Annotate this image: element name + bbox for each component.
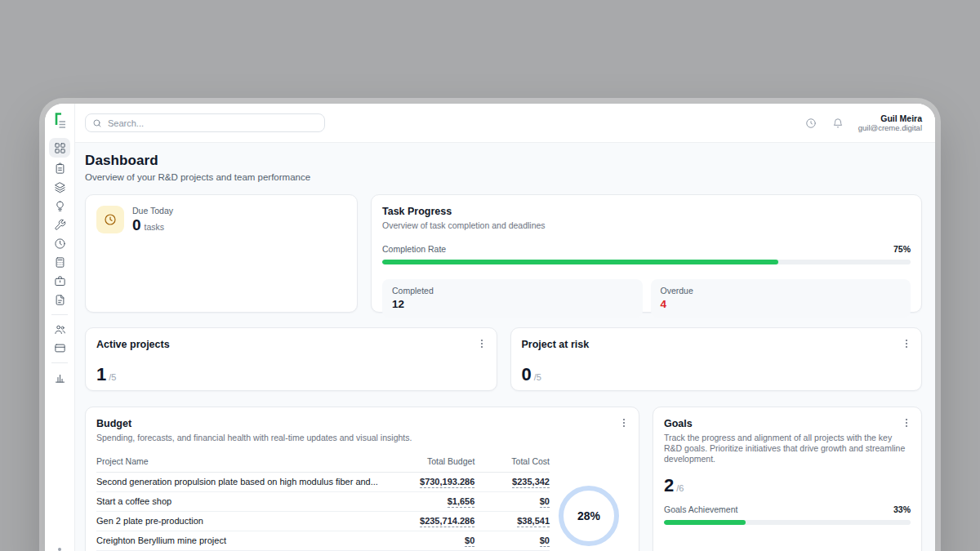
goals-subtitle: Track the progress and alignment of all …: [664, 433, 911, 464]
completed-stat: Completed 12: [382, 279, 643, 318]
table-row[interactable]: Second generation propulsion plate based…: [96, 473, 550, 492]
sidebar-item-calculator[interactable]: [49, 253, 70, 272]
clock-icon: [54, 238, 66, 250]
project-at-risk-menu-button[interactable]: [901, 337, 912, 350]
task-progress-card: Task Progress Overview of task completio…: [371, 194, 922, 313]
column-header-total-cost: Total Cost: [474, 453, 550, 473]
budget-value[interactable]: $1,656: [448, 496, 475, 508]
completion-progress-fill: [382, 260, 778, 264]
layers-icon: [54, 181, 66, 193]
task-progress-subtitle: Overview of task completion and deadline…: [382, 220, 911, 231]
notifications-button[interactable]: [831, 117, 844, 130]
due-today-label: Due Today: [132, 206, 173, 216]
goals-achievement-label: Goals Achievement: [664, 504, 737, 514]
budget-menu-button[interactable]: [618, 416, 630, 429]
search-input[interactable]: [85, 113, 325, 132]
top-bar: Guil Meira guil@creme.digital: [75, 104, 935, 143]
search-container: [85, 113, 325, 132]
sidebar-item-documents[interactable]: [49, 291, 70, 309]
table-row[interactable]: Creighton Beryllium mine project $0 $0: [96, 531, 550, 551]
user-email: guil@creme.digital: [858, 123, 922, 132]
task-progress-title: Task Progress: [382, 206, 911, 217]
sidebar-item-billing[interactable]: [49, 339, 70, 358]
sidebar-divider: [51, 362, 68, 363]
overdue-stat: Overdue 4: [651, 279, 911, 318]
cost-value[interactable]: $0: [540, 535, 550, 547]
sidebar-item-time[interactable]: [49, 234, 70, 253]
sidebar-item-layers[interactable]: [49, 178, 70, 197]
completion-rate-label: Completion Rate: [382, 244, 446, 254]
goals-title: Goals: [664, 418, 911, 429]
budget-value[interactable]: $0: [465, 535, 474, 547]
lightbulb-icon: [54, 200, 66, 212]
cost-value[interactable]: $235,342: [512, 477, 550, 488]
goals-menu-button[interactable]: [901, 416, 912, 429]
budget-donut-container: 28%: [550, 453, 628, 551]
sidebar-footer: V1.0: [52, 548, 67, 551]
goals-progress-track: [664, 520, 911, 525]
overdue-value: 4: [661, 298, 902, 310]
sidebar-item-analytics[interactable]: [49, 368, 70, 387]
bell-icon: [832, 118, 844, 129]
completion-progress-track: [382, 260, 911, 264]
budget-value[interactable]: $730,193.286: [420, 477, 474, 488]
project-at-risk-total: /5: [534, 372, 541, 382]
sidebar-item-team[interactable]: [49, 320, 70, 339]
briefcase-icon: [54, 275, 66, 287]
bar-chart-icon: [54, 371, 66, 384]
user-menu[interactable]: Guil Meira guil@creme.digital: [858, 113, 922, 132]
goals-card: Goals Track the progress and alignment o…: [653, 407, 922, 551]
cost-value[interactable]: $38,541: [517, 516, 550, 527]
dashboard-content: Dashboard Overview of your R&D projects …: [75, 143, 935, 551]
budget-donut-label: 28%: [577, 509, 600, 522]
goals-progress-fill: [664, 520, 746, 525]
main-area: Guil Meira guil@creme.digital Dashboard …: [75, 104, 935, 551]
active-projects-title: Active projects: [96, 339, 486, 350]
sidebar-divider: [51, 314, 68, 315]
due-today-card: Due Today 0 tasks: [85, 194, 358, 313]
due-today-value: 0: [132, 216, 141, 234]
table-row[interactable]: Start a coffee shop $1,656 $0: [96, 492, 550, 512]
users-icon: [54, 323, 66, 335]
due-today-badge: [96, 206, 124, 233]
budget-subtitle: Spending, forecasts, and financial healt…: [96, 433, 628, 443]
file-icon: [54, 294, 66, 306]
status-dot: [58, 548, 61, 551]
goals-total: /6: [676, 483, 684, 493]
clipboard-icon: [54, 162, 66, 175]
active-projects-total: /5: [109, 372, 116, 382]
sidebar-item-portfolio[interactable]: [49, 272, 70, 291]
app-window: V1.0 Guil Meira guil@creme.digital: [45, 104, 935, 551]
kebab-icon: [619, 418, 629, 428]
clock-icon: [104, 213, 117, 226]
completed-value: 12: [392, 298, 633, 310]
cost-value[interactable]: $0: [540, 496, 550, 508]
sidebar-item-dashboard[interactable]: [49, 138, 70, 158]
budget-title: Budget: [96, 418, 628, 429]
creme-digital-logo: [51, 112, 68, 130]
history-button[interactable]: [804, 117, 817, 130]
budget-value[interactable]: $235,714.286: [420, 516, 474, 527]
column-header-project-name: Project Name: [96, 453, 378, 473]
dashboard-grid-icon: [54, 142, 66, 154]
page-subtitle: Overview of your R&D projects and team p…: [85, 172, 922, 182]
overdue-label: Overdue: [661, 286, 902, 295]
wrench-icon: [54, 219, 66, 231]
credit-card-icon: [54, 342, 66, 354]
sidebar-item-tools[interactable]: [49, 216, 70, 234]
active-projects-menu-button[interactable]: [476, 337, 488, 350]
completion-rate-value: 75%: [893, 244, 911, 254]
budget-card: Budget Spending, forecasts, and financia…: [85, 407, 639, 551]
sidebar-item-ideas[interactable]: [49, 197, 70, 216]
kebab-icon: [902, 418, 911, 428]
table-row[interactable]: Gen 2 plate pre-production $235,714.286 …: [96, 512, 550, 531]
search-icon: [92, 118, 102, 128]
active-projects-value: 1: [96, 364, 106, 385]
kebab-icon: [902, 339, 911, 349]
project-at-risk-title: Project at risk: [522, 339, 911, 350]
sidebar-item-tasks[interactable]: [49, 159, 70, 178]
calculator-icon: [54, 256, 66, 269]
kebab-icon: [477, 339, 487, 349]
project-at-risk-card: Project at risk 0 /5: [510, 327, 923, 391]
page-title: Dashboard: [85, 153, 922, 169]
